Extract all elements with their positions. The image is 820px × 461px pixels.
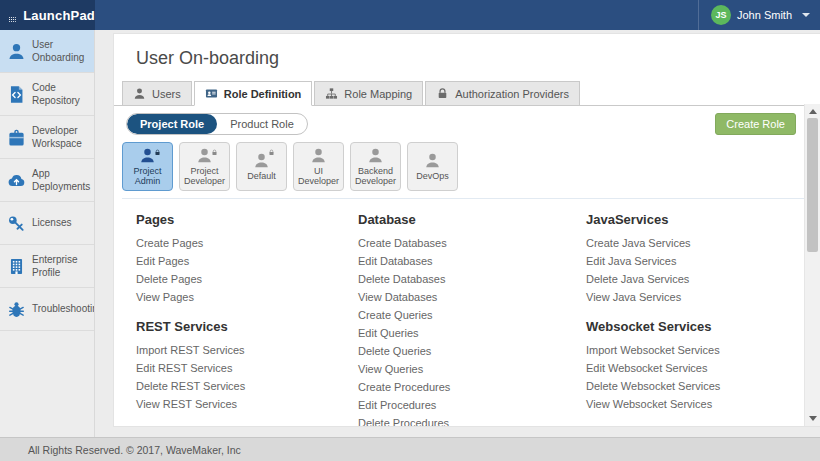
permission-item-edit-pages: Edit Pages — [136, 252, 358, 270]
header-brand: LaunchPad — [0, 0, 95, 30]
sidebar-item-troubleshooting[interactable]: Troubleshooting — [0, 288, 94, 331]
tab-authorization-providers[interactable]: Authorization Providers — [425, 81, 580, 106]
sidebar-item-label: Licenses — [32, 216, 92, 230]
bug-icon — [0, 300, 32, 319]
user-icon — [367, 147, 384, 164]
copyright-text: All Rights Reserved. © 2017, WaveMaker, … — [28, 444, 241, 456]
sidebar-item-label: Code Repository — [32, 81, 92, 108]
app-footer: All Rights Reserved. © 2017, WaveMaker, … — [0, 437, 820, 461]
avatar: JS — [711, 5, 731, 25]
scroll-down-arrow[interactable] — [809, 416, 817, 421]
role-card-ui-developer[interactable]: UI Developer — [293, 142, 344, 191]
role-card-backend-developer[interactable]: Backend Developer — [350, 142, 401, 191]
sidebar-item-label: Developer Workspace — [32, 124, 92, 151]
role-card-label: Project Developer — [181, 166, 229, 187]
user-icon — [0, 42, 32, 61]
sidebar-item-enterprise-profile[interactable]: Enterprise Profile — [0, 245, 94, 288]
sitemap-icon — [325, 87, 338, 100]
permission-group-title-security: Security — [586, 426, 820, 427]
role-card-devops[interactable]: DevOps — [407, 142, 458, 191]
lock-icon — [268, 149, 275, 156]
permission-item-delete-queries: Delete Queries — [358, 342, 586, 360]
lock-icon — [154, 149, 161, 156]
header-spacer — [95, 0, 698, 30]
pill-project-role[interactable]: Project Role — [127, 114, 217, 134]
role-card-label: DevOps — [416, 171, 449, 181]
roles-row: Project AdminProject DeveloperDefaultUI … — [122, 142, 820, 199]
app-grid-icon[interactable] — [9, 8, 16, 22]
page-title: User On-boarding — [136, 48, 820, 69]
sidebar-item-app-deployments[interactable]: App Deployments — [0, 159, 94, 202]
permission-item-create-queries: Create Queries — [358, 306, 586, 324]
sidebar-item-code-repository[interactable]: Code Repository — [0, 73, 94, 116]
role-card-project-developer[interactable]: Project Developer — [179, 142, 230, 191]
pill-product-role[interactable]: Product Role — [217, 114, 307, 134]
role-card-label: Default — [247, 171, 276, 181]
permission-item-create-pages: Create Pages — [136, 234, 358, 252]
permission-group-title-project-actions: Project Actions — [136, 426, 358, 427]
tab-label: Role Mapping — [344, 88, 412, 100]
permission-item-view-java-services: View Java Services — [586, 288, 820, 306]
tab-label: Users — [152, 88, 181, 100]
sidebar-item-label: Enterprise Profile — [32, 253, 92, 280]
sidebar-item-developer-workspace[interactable]: Developer Workspace — [0, 116, 94, 159]
permission-column-2: DatabaseCreate DatabasesEdit DatabasesDe… — [358, 199, 586, 427]
role-card-label: UI Developer — [295, 166, 343, 187]
permission-column-3: JavaServicesCreate Java ServicesEdit Jav… — [586, 199, 820, 427]
permission-item-view-websocket-services: View Websocket Services — [586, 395, 820, 413]
permission-group-title-rest-services: REST Services — [136, 319, 358, 334]
sidebar-item-label: User Onboarding — [32, 38, 92, 65]
sidebar-item-user-onboarding[interactable]: User Onboarding — [0, 30, 94, 73]
code-file-icon — [0, 85, 32, 104]
user-name: John Smith — [737, 9, 792, 21]
permission-group-title-javaservices: JavaServices — [586, 212, 820, 227]
app-body: User OnboardingCode RepositoryDeveloper … — [0, 30, 820, 437]
key-icon — [0, 214, 32, 233]
role-type-toggle: Project RoleProduct Role — [126, 113, 308, 135]
scrollbar-thumb[interactable] — [807, 118, 818, 252]
tab-users[interactable]: Users — [122, 81, 192, 106]
app-title: LaunchPad — [23, 8, 95, 23]
create-role-button[interactable]: Create Role — [715, 113, 796, 135]
toolbar-row: Project RoleProduct Role Create Role — [126, 113, 796, 135]
chevron-down-icon — [802, 13, 810, 17]
permission-item-create-java-services: Create Java Services — [586, 234, 820, 252]
tab-role-mapping[interactable]: Role Mapping — [314, 81, 423, 106]
scroll-up-arrow[interactable] — [809, 109, 817, 114]
building-icon — [0, 257, 32, 276]
permission-item-view-rest-services: View REST Services — [136, 395, 358, 413]
permission-group-title-database: Database — [358, 212, 586, 227]
permission-item-import-rest-services: Import REST Services — [136, 341, 358, 359]
main-panel: User On-boarding UsersRole DefinitionRol… — [113, 33, 820, 427]
permission-item-view-pages: View Pages — [136, 288, 358, 306]
sidebar-item-licenses[interactable]: Licenses — [0, 202, 94, 245]
user-menu[interactable]: JS John Smith — [698, 0, 820, 30]
permission-item-delete-websocket-services: Delete Websocket Services — [586, 377, 820, 395]
sidebar-item-label: App Deployments — [32, 167, 92, 194]
role-card-label: Project Admin — [124, 166, 172, 187]
permission-item-view-databases: View Databases — [358, 288, 586, 306]
lock-icon — [211, 149, 218, 156]
permission-column-1: PagesCreate PagesEdit PagesDelete PagesV… — [136, 199, 358, 427]
permission-item-import-websocket-services: Import Websocket Services — [586, 341, 820, 359]
tab-label: Role Definition — [224, 88, 302, 100]
permission-item-edit-websocket-services: Edit Websocket Services — [586, 359, 820, 377]
tab-role-definition[interactable]: Role Definition — [194, 81, 313, 106]
user-icon — [133, 87, 146, 100]
tabbar: UsersRole DefinitionRole MappingAuthoriz… — [114, 81, 820, 106]
permission-item-edit-procedures: Edit Procedures — [358, 396, 586, 414]
permission-item-create-databases: Create Databases — [358, 234, 586, 252]
sidebar-item-label: Troubleshooting — [32, 302, 92, 316]
sidebar: User OnboardingCode RepositoryDeveloper … — [0, 30, 95, 437]
permission-item-delete-databases: Delete Databases — [358, 270, 586, 288]
top-header: LaunchPad JS John Smith — [0, 0, 820, 30]
briefcase-icon — [0, 128, 32, 147]
scrollbar[interactable] — [804, 104, 820, 426]
permission-item-edit-queries: Edit Queries — [358, 324, 586, 342]
role-card-default[interactable]: Default — [236, 142, 287, 191]
role-card-project-admin[interactable]: Project Admin — [122, 142, 173, 191]
content-wrap: User On-boarding UsersRole DefinitionRol… — [95, 30, 820, 437]
lock-icon — [436, 87, 449, 100]
permission-group-title-pages: Pages — [136, 212, 358, 227]
user-icon — [424, 152, 441, 169]
